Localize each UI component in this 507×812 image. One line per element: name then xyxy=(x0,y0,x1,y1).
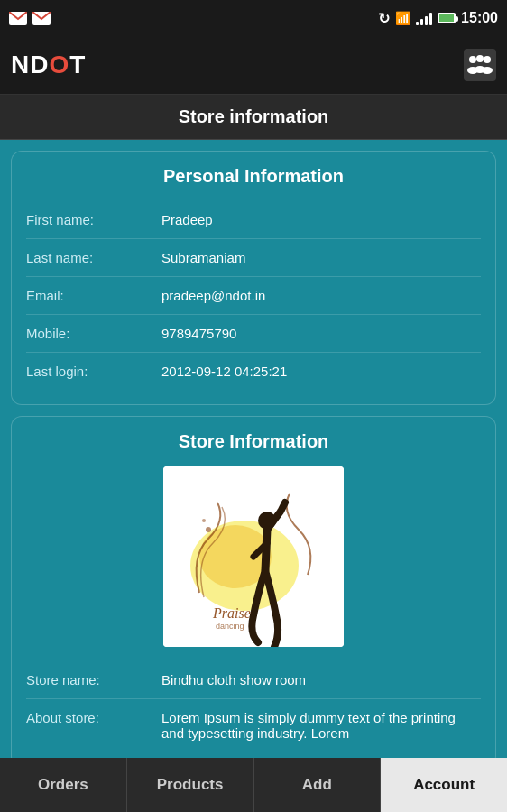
label-lastlogin: Last login: xyxy=(26,364,161,379)
svg-point-3 xyxy=(469,56,476,63)
info-row-mobile: Mobile: 9789475790 xyxy=(26,315,481,353)
status-icons-right: ↻ 📶 15:00 xyxy=(378,10,498,27)
signal-bars xyxy=(416,11,432,25)
value-storename: Bindhu cloth show room xyxy=(161,672,481,687)
info-row-storename: Store name: Bindhu cloth show room xyxy=(26,661,481,699)
info-row-lastlogin: Last login: 2012-09-12 04:25:21 xyxy=(26,353,481,390)
main-content: Personal Information First name: Pradeep… xyxy=(0,140,507,758)
label-aboutstore: About store: xyxy=(26,710,161,725)
store-info-title: Store Information xyxy=(26,431,481,452)
gmail-icon-1 xyxy=(9,12,27,25)
nav-orders[interactable]: Orders xyxy=(0,758,127,812)
info-row-firstname: First name: Pradeep xyxy=(26,201,481,239)
info-row-aboutstore: About store: Lorem Ipsum is simply dummy… xyxy=(26,699,481,752)
svg-point-5 xyxy=(484,56,491,63)
label-lastname: Last name: xyxy=(26,250,161,265)
value-firstname: Pradeep xyxy=(161,212,481,227)
app-bar: NDOT xyxy=(0,36,507,95)
refresh-icon: ↻ xyxy=(378,10,390,27)
label-mobile: Mobile: xyxy=(26,326,161,341)
status-time: 15:00 xyxy=(461,10,498,26)
info-row-email: Email: pradeep@ndot.in xyxy=(26,277,481,315)
svg-point-14 xyxy=(202,519,206,522)
logo-accent: O xyxy=(49,51,69,78)
store-image-container: Praise dancing xyxy=(26,466,481,647)
value-lastname: Subramaniam xyxy=(161,250,481,265)
value-aboutstore: Lorem Ipsum is simply dummy text of the … xyxy=(161,710,481,741)
personal-info-title: Personal Information xyxy=(26,166,481,187)
store-image: Praise dancing xyxy=(163,466,344,647)
value-lastlogin: 2012-09-12 04:25:21 xyxy=(161,364,481,379)
label-firstname: First name: xyxy=(26,212,161,227)
page-title-bar: Store information xyxy=(0,95,507,140)
gmail-icon-2 xyxy=(32,12,51,25)
svg-point-7 xyxy=(476,55,484,62)
svg-point-13 xyxy=(206,527,211,532)
svg-text:dancing: dancing xyxy=(216,622,244,631)
battery-icon xyxy=(438,13,456,23)
nav-add[interactable]: Add xyxy=(254,758,382,812)
store-logo-svg: Praise dancing xyxy=(163,466,344,647)
nav-products[interactable]: Products xyxy=(127,758,254,812)
status-icons-left xyxy=(9,12,51,25)
store-info-card: Store Information xyxy=(11,416,496,758)
app-logo: NDOT xyxy=(11,51,86,79)
page-title: Store information xyxy=(179,106,329,127)
users-icon[interactable] xyxy=(464,49,496,81)
svg-rect-2 xyxy=(464,49,496,81)
personal-info-card: Personal Information First name: Pradeep… xyxy=(11,151,496,405)
info-row-lastname: Last name: Subramaniam xyxy=(26,239,481,277)
wifi-icon: 📶 xyxy=(395,11,410,25)
nav-account[interactable]: Account xyxy=(381,758,507,812)
svg-text:Praise: Praise xyxy=(212,605,251,621)
status-bar: ↻ 📶 15:00 xyxy=(0,0,507,36)
bottom-nav: Orders Products Add Account xyxy=(0,758,507,812)
value-email: pradeep@ndot.in xyxy=(161,288,481,303)
label-email: Email: xyxy=(26,288,161,303)
label-storename: Store name: xyxy=(26,672,161,687)
svg-point-8 xyxy=(475,66,485,73)
value-mobile: 9789475790 xyxy=(161,326,481,341)
